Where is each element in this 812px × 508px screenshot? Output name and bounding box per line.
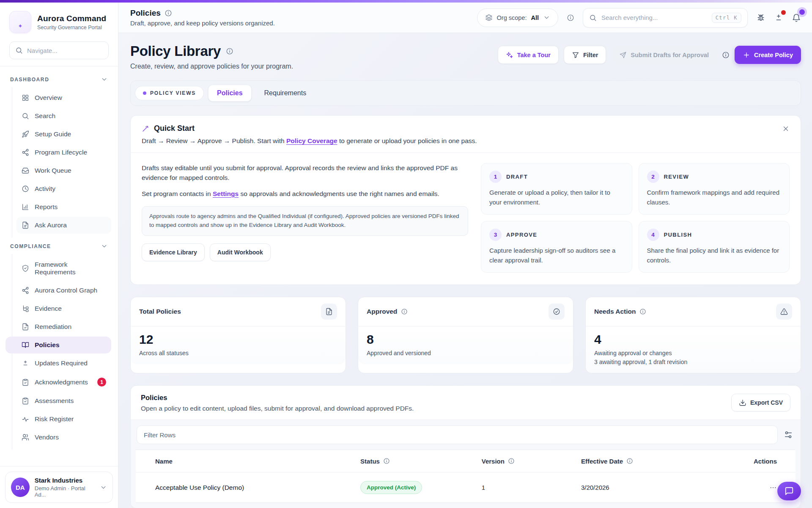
stats-row: Total Policies 12 Across all statuses — [130, 297, 801, 373]
policies-table-card: Policies Open a policy to edit content, … — [130, 385, 801, 508]
stat-subcaption: 3 awaiting approval, 1 draft revision — [594, 359, 792, 365]
filter-rows-input[interactable] — [137, 425, 778, 444]
table-row[interactable]: Acceptable Use Policy (Demo) Approved (A… — [136, 472, 796, 502]
account-switcher[interactable]: DA Stark Industries Demo Admin · Portal … — [5, 472, 113, 503]
users-icon — [22, 433, 29, 441]
sidebar-item-framework-requirements[interactable]: Framework Requirements — [16, 256, 111, 281]
close-icon[interactable] — [782, 125, 790, 133]
page-actions: Take a Tour Filter Submit Drafts for App… — [498, 46, 801, 64]
avatar: DA — [11, 478, 30, 497]
org-scope-selector[interactable]: Org scope: All — [477, 8, 558, 27]
column-actions: Actions — [718, 458, 777, 465]
status-badge: Approved (Active) — [360, 481, 422, 494]
info-icon[interactable] — [508, 458, 515, 464]
info-icon[interactable] — [165, 9, 172, 17]
send-icon — [619, 51, 627, 59]
policy-name[interactable]: Acceptable Use Policy (Demo) — [155, 484, 360, 491]
chat-widget-button[interactable] — [777, 482, 801, 500]
page-subtitle: Create, review, and approve policies for… — [130, 63, 293, 70]
navigate-input[interactable] — [27, 47, 103, 54]
stat-value: 4 — [594, 332, 792, 347]
acknowledgments-count-badge: 1 — [97, 378, 106, 387]
policy-effective-date: 3/20/2026 — [581, 484, 718, 491]
sidebar-item-program-lifecycle[interactable]: Program Lifecycle — [16, 144, 111, 161]
evidence-library-button[interactable]: Evidence Library — [142, 243, 205, 261]
notifications-bell-icon[interactable] — [792, 13, 801, 22]
row-actions-menu-icon[interactable] — [769, 484, 777, 491]
stat-value: 12 — [139, 332, 337, 347]
sidebar-section-compliance[interactable]: Compliance — [7, 237, 111, 254]
bug-report-icon[interactable] — [756, 13, 765, 22]
layers-icon — [485, 14, 493, 22]
settings-link[interactable]: Settings — [213, 190, 239, 197]
share-nodes-icon — [22, 287, 29, 294]
policy-views-pill[interactable]: Policy views — [135, 86, 204, 100]
take-a-tour-button[interactable]: Take a Tour — [498, 46, 559, 64]
org-scope-value: All — [531, 14, 539, 21]
info-icon[interactable] — [567, 14, 574, 22]
sidebar-navigate-search[interactable] — [9, 41, 109, 59]
app-tagline: Security Governance Portal — [37, 25, 106, 30]
book-open-icon — [22, 341, 29, 349]
message-square-icon — [785, 486, 794, 496]
sidebar-item-evidence[interactable]: Evidence — [16, 300, 111, 317]
export-csv-button[interactable]: Export CSV — [731, 394, 790, 411]
sidebar-item-vendors[interactable]: Vendors — [16, 429, 111, 446]
quick-start-paragraph: Set program contacts in Settings so appr… — [142, 189, 468, 199]
submit-drafts-button[interactable]: Submit Drafts for Approval — [611, 46, 717, 64]
audit-workbook-button[interactable]: Audit Workbook — [210, 243, 271, 261]
info-icon[interactable] — [639, 308, 646, 315]
stat-card-needs-action: Needs Action 4 Awaiting approval or chan… — [585, 297, 801, 373]
aurora-logo-icon — [9, 11, 31, 33]
diff-icon — [22, 359, 29, 367]
sidebar-section-dashboard[interactable]: Dashboard — [7, 71, 111, 87]
policy-coverage-link[interactable]: Policy Coverage — [286, 137, 337, 144]
sidebar-item-setup-guide[interactable]: Setup Guide — [16, 126, 111, 143]
info-icon[interactable] — [383, 458, 390, 464]
step-number: 3 — [489, 229, 502, 241]
sidebar-item-aurora-control-graph[interactable]: Aurora Control Graph — [16, 282, 111, 299]
sidebar-item-acknowledgments[interactable]: Acknowledgments 1 — [16, 373, 111, 391]
clock-icon — [22, 185, 29, 193]
sidebar-item-updates-required[interactable]: Updates Required — [16, 355, 111, 372]
brand[interactable]: Aurora Command Security Governance Porta… — [0, 3, 118, 40]
tab-policies[interactable]: Policies — [208, 85, 251, 102]
app-shell: Aurora Command Security Governance Porta… — [0, 0, 812, 508]
tab-requirements[interactable]: Requirements — [256, 85, 315, 101]
sidebar-item-risk-register[interactable]: Risk Register — [16, 411, 111, 428]
quick-start-card: Quick Start Draft → Review → Approve → P… — [130, 115, 801, 285]
account-role: Demo Admin · Portal Ad... — [35, 485, 95, 498]
step-publish: 4 Publish Share the final policy and lin… — [639, 221, 790, 273]
check-circle-icon — [549, 304, 565, 320]
step-approve: 3 Approve Capture leadership sign-off so… — [481, 221, 632, 273]
policy-status: Approved (Active) — [360, 481, 482, 494]
sidebar-item-overview[interactable]: Overview — [16, 89, 111, 106]
sliders-icon[interactable] — [784, 430, 795, 439]
global-search[interactable]: Ctrl K — [583, 8, 748, 28]
policy-version: 1 — [482, 484, 581, 491]
sparkles-icon — [506, 51, 513, 59]
filter-button[interactable]: Filter — [564, 46, 606, 64]
sidebar: Aurora Command Security Governance Porta… — [0, 3, 118, 508]
sidebar-item-remediation[interactable]: Remediation — [16, 318, 111, 335]
sidebar-item-policies[interactable]: Policies — [5, 337, 111, 353]
updates-diff-icon[interactable] — [774, 13, 783, 22]
page-content: Policy Library Create, review, and appro… — [118, 33, 812, 508]
sidebar-item-activity[interactable]: Activity — [16, 180, 111, 197]
step-number: 2 — [647, 171, 659, 183]
info-icon[interactable] — [401, 308, 408, 315]
sidebar-item-work-queue[interactable]: Work Queue — [16, 162, 111, 179]
grid-icon — [22, 94, 29, 102]
info-icon[interactable] — [226, 47, 233, 55]
info-icon[interactable] — [722, 51, 730, 59]
create-policy-button[interactable]: Create Policy — [735, 46, 801, 64]
file-text-icon — [22, 221, 29, 229]
sidebar-item-search[interactable]: Search — [16, 108, 111, 124]
clipboard-check-icon — [22, 397, 29, 405]
sidebar-item-assessments[interactable]: Assessments — [16, 392, 111, 409]
info-icon[interactable] — [626, 458, 633, 464]
global-search-input[interactable] — [601, 14, 707, 21]
sidebar-item-reports[interactable]: Reports — [16, 199, 111, 215]
policies-panel-title: Policies — [141, 394, 414, 402]
sidebar-item-ask-aurora[interactable]: Ask Aurora — [16, 217, 111, 234]
